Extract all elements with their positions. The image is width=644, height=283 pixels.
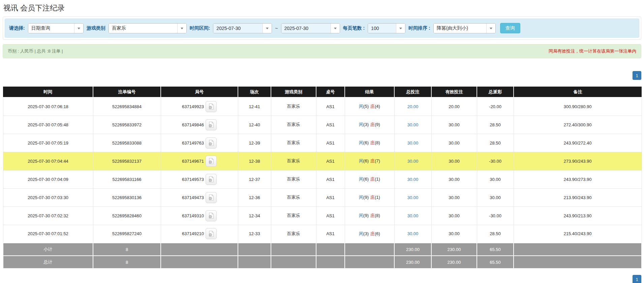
valid-bet-cell: 30.00 <box>431 116 477 134</box>
table-number-cell: AS1 <box>316 170 345 188</box>
query-type-dropdown-button[interactable] <box>74 24 83 33</box>
game-type-cell: 百家乐 <box>271 116 316 134</box>
table-row: 2025-07-30 07:06:18 522695834884 6371499… <box>3 97 642 116</box>
filter-bar: 请选择: 日期查询 游戏类别 百家乐 时间区间: 2025-07-30 ~ 20… <box>5 19 639 38</box>
query-type-value[interactable]: 日期查询 <box>28 24 74 33</box>
betting-records-page: 视讯 会员下注纪录 请选择: 日期查询 游戏类别 百家乐 时间区间: 2025-… <box>0 3 644 283</box>
grand-total-payout: 65.50 <box>477 256 514 269</box>
session-cell: 12-33 <box>238 225 271 243</box>
page-size-value[interactable]: 100 <box>368 24 396 33</box>
player-result: 闲(6) <box>359 158 369 163</box>
pagination-bottom: 1 <box>3 275 641 283</box>
page-size-select[interactable]: 100 <box>368 23 405 33</box>
total-bet-cell: 30.00 <box>394 188 431 207</box>
sort-order-dropdown-button[interactable] <box>486 24 495 33</box>
column-header-round: 局号 <box>161 87 238 97</box>
currency-summary-text: 币别 : 人民币 | 总共 :8 注单 | <box>8 48 63 54</box>
grand-total-label: 总计 <box>3 256 93 269</box>
player-result: 闲(3) <box>359 231 369 236</box>
total-bet-cell: 30.00 <box>394 116 431 134</box>
video-replay-button[interactable] <box>206 210 217 221</box>
date-to-value[interactable]: 2025-07-30 <box>281 24 331 33</box>
subtotal-count: 8 <box>93 243 161 256</box>
round-number: 637149210 <box>182 231 204 236</box>
chevron-down-icon <box>78 28 80 31</box>
results-table: 时间 注单编号 局号 场次 游戏类别 桌号 结果 总投注 有效投注 总派彩 备注… <box>3 87 642 269</box>
date-from-picker[interactable]: 2025-07-30 <box>213 23 272 33</box>
page-1-button[interactable]: 1 <box>633 275 641 283</box>
date-from-value[interactable]: 2025-07-30 <box>213 24 263 33</box>
grand-total-total-bet: 230.00 <box>394 256 431 269</box>
video-replay-button[interactable] <box>206 228 217 239</box>
game-type-dropdown-button[interactable] <box>177 24 186 33</box>
bet-id-cell: 522695830136 <box>93 188 161 207</box>
search-button[interactable]: 查询 <box>500 23 520 33</box>
time-cell: 2025-07-30 07:02:32 <box>3 207 93 225</box>
player-result: 闲(9) <box>359 195 369 200</box>
banker-result: 庄(4) <box>370 104 380 109</box>
remark-cell: 243.90/273.90 <box>514 170 642 188</box>
total-bet-cell: 30.00 <box>394 207 431 225</box>
sort-order-select[interactable]: 降冪(由大到小) <box>433 23 496 33</box>
video-replay-button[interactable] <box>206 192 217 203</box>
date-from-dropdown-button[interactable] <box>263 24 272 33</box>
column-header-total-bet: 总投注 <box>394 87 431 97</box>
sort-order-value[interactable]: 降冪(由大到小) <box>434 24 486 33</box>
round-cell: 637149763 <box>161 134 238 152</box>
payout-cell: -30.00 <box>477 207 514 225</box>
session-cell: 12-41 <box>238 97 271 116</box>
valid-bet-cell: 30.00 <box>431 170 477 188</box>
subtotal-payout: 65.50 <box>477 243 514 256</box>
total-bet-link[interactable]: 20.00 <box>407 104 419 109</box>
video-replay-button[interactable] <box>206 119 217 130</box>
grand-total-count: 8 <box>93 256 161 269</box>
total-bet-link[interactable]: 30.00 <box>407 231 419 236</box>
total-bet-link[interactable]: 30.00 <box>407 195 419 200</box>
query-type-select[interactable]: 日期查询 <box>28 23 84 33</box>
payout-cell: 30.00 <box>477 188 514 207</box>
column-header-session: 场次 <box>238 87 271 97</box>
total-bet-link[interactable]: 30.00 <box>407 122 419 127</box>
total-bet-link[interactable]: 30.00 <box>407 140 419 146</box>
player-result: 闲(6) <box>359 140 369 145</box>
round-number: 637149923 <box>182 104 204 109</box>
table-row: 2025-07-30 07:04:44 522695832137 6371496… <box>3 152 642 170</box>
video-replay-button[interactable] <box>206 101 217 112</box>
time-cell: 2025-07-30 07:03:30 <box>3 188 93 207</box>
subtotal-label: 小计 <box>3 243 93 256</box>
table-number-cell: AS1 <box>316 188 345 207</box>
time-cell: 2025-07-30 07:01:52 <box>3 225 93 243</box>
page-size-dropdown-button[interactable] <box>396 24 405 33</box>
payout-cell: -30.00 <box>477 152 514 170</box>
table-row: 2025-07-30 07:05:19 522695833088 6371497… <box>3 134 642 152</box>
total-bet-link[interactable]: 30.00 <box>407 213 419 218</box>
banker-result: 庄(1) <box>370 195 380 200</box>
video-replay-button[interactable] <box>206 174 217 185</box>
column-header-game-type: 游戏类别 <box>271 87 316 97</box>
video-replay-icon <box>208 212 215 219</box>
player-result: 闲(9) <box>359 213 369 218</box>
bet-id-cell: 522695833088 <box>93 134 161 152</box>
game-type-select[interactable]: 百家乐 <box>109 23 187 33</box>
chevron-down-icon <box>490 28 492 31</box>
date-to-dropdown-button[interactable] <box>331 24 340 33</box>
table-number-cell: AS1 <box>316 134 345 152</box>
total-bet-cell: 30.00 <box>394 170 431 188</box>
total-bet-cell: 30.00 <box>394 225 431 243</box>
table-number-cell: AS1 <box>316 97 345 116</box>
game-type-value[interactable]: 百家乐 <box>109 24 177 33</box>
video-replay-button[interactable] <box>206 156 217 167</box>
session-cell: 12-40 <box>238 116 271 134</box>
round-cell: 637149310 <box>161 207 238 225</box>
column-header-time: 时间 <box>3 87 93 97</box>
total-bet-link[interactable]: 30.00 <box>407 177 419 182</box>
result-cell: 闲(6)庄(1) <box>345 170 394 188</box>
date-to-picker[interactable]: 2025-07-30 <box>281 23 340 33</box>
page-1-button[interactable]: 1 <box>633 71 641 80</box>
video-replay-icon <box>208 139 215 146</box>
chevron-down-icon <box>399 28 402 31</box>
video-replay-icon <box>208 194 215 201</box>
time-cell: 2025-07-30 07:04:09 <box>3 170 93 188</box>
video-replay-button[interactable] <box>206 137 217 149</box>
total-bet-link[interactable]: 30.00 <box>407 159 419 164</box>
